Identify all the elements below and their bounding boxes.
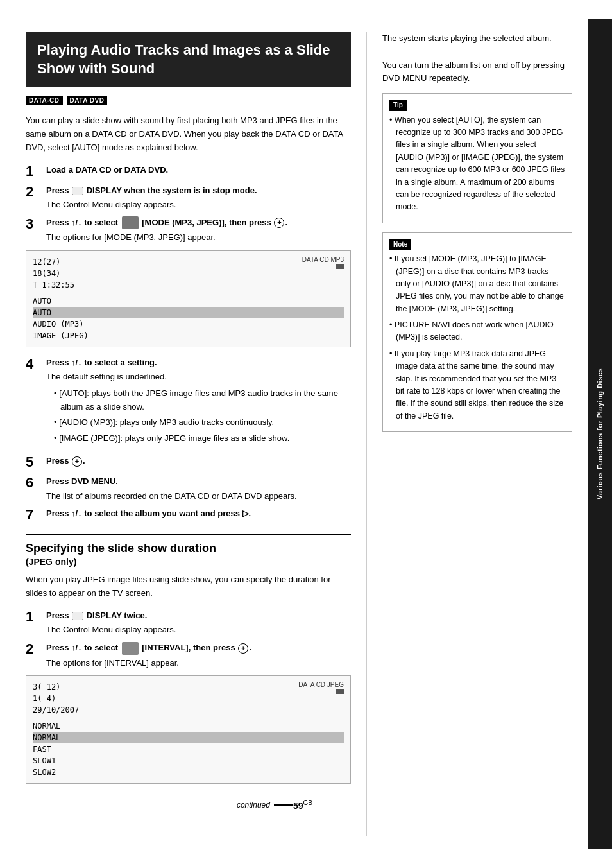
slide-show-subtitle: (JPEG only) bbox=[26, 557, 351, 567]
page-title: Playing Audio Tracks and Images as a Sli… bbox=[26, 32, 351, 87]
interval-normal-header: NORMAL bbox=[33, 720, 344, 732]
options-list: [AUTO]: plays both the JPEG image files … bbox=[54, 387, 351, 446]
step-6-number: 6 bbox=[26, 475, 44, 490]
note-item-1: If you set [MODE (MP3, JPEG)] to [IMAGE … bbox=[389, 253, 565, 315]
album-note: The system starts playing the selected a… bbox=[382, 32, 572, 85]
enter-btn-5: + bbox=[72, 456, 82, 467]
slide-step-2-sub: The options for [INTERVAL] appear. bbox=[46, 657, 351, 670]
step-5-text: Press +. bbox=[46, 456, 85, 465]
step-1-text: Load a DATA CD or DATA DVD. bbox=[46, 165, 168, 175]
slide-step-1-sub: The Control Menu display appears. bbox=[46, 623, 351, 636]
option-image-jpeg: IMAGE (JPEG) bbox=[33, 330, 344, 342]
tip-box: Tip When you select [AUTO], the system c… bbox=[382, 93, 572, 223]
slide-step-2-number: 2 bbox=[26, 641, 44, 657]
enter-btn: + bbox=[274, 218, 284, 228]
sidebar-right: Various Functions for Playing Discs bbox=[588, 19, 612, 849]
step-4-number: 4 bbox=[26, 356, 44, 372]
track-line1: 12(27) bbox=[33, 256, 74, 268]
interval-fast: FAST bbox=[33, 743, 344, 755]
step-4: 4 Press ↑/↓ to select a setting. The def… bbox=[26, 356, 351, 449]
interval-line1: 3( 12) bbox=[33, 681, 79, 693]
step-7-text: Press ↑/↓ to select the album you want a… bbox=[46, 508, 251, 518]
continued-text: continued bbox=[237, 801, 270, 810]
option-auto-desc: [AUTO]: plays both the JPEG image files … bbox=[54, 387, 351, 414]
track-line3: T 1:32:55 bbox=[33, 279, 74, 291]
step-1: 1 Load a DATA CD or DATA DVD. bbox=[26, 164, 351, 179]
slide-show-title: Specifying the slide show duration bbox=[26, 542, 351, 555]
interval-screen-header: 3( 12) 1( 4) 29/10/2007 DATA CD JPEG bbox=[33, 681, 344, 716]
interval-screen-tracks: 3( 12) 1( 4) 29/10/2007 bbox=[33, 681, 79, 716]
interval-screen-icon bbox=[336, 689, 344, 694]
disc-badges: DATA-CD DATA DVD bbox=[26, 96, 351, 105]
step-3-text: Press ↑/↓ to select [MODE (MP3, JPEG)], … bbox=[46, 218, 287, 227]
step-3-number: 3 bbox=[26, 216, 44, 232]
slide-step-1: 1 Press DISPLAY twice. The Control Menu … bbox=[26, 609, 351, 636]
step-6-sub: The list of albums recorded on the DATA … bbox=[46, 490, 351, 503]
step-3: 3 Press ↑/↓ to select [MODE (MP3, JPEG)]… bbox=[26, 216, 351, 244]
slide-step-1-number: 1 bbox=[26, 609, 44, 625]
mode-icon bbox=[122, 216, 139, 229]
step-1-content: Load a DATA CD or DATA DVD. bbox=[46, 164, 351, 177]
track-line2: 18(34) bbox=[33, 268, 74, 279]
slide-step-2-content: Press ↑/↓ to select [INTERVAL], then pre… bbox=[46, 641, 351, 669]
tip-list: When you select [AUTO], the system can r… bbox=[389, 114, 565, 214]
interval-line3: 29/10/2007 bbox=[33, 704, 79, 716]
step-4-text: Press ↑/↓ to select a setting. bbox=[46, 358, 157, 367]
step-2-content: Press DISPLAY when the system is in stop… bbox=[46, 184, 351, 211]
step-7: 7 Press ↑/↓ to select the album you want… bbox=[26, 507, 351, 523]
page-number: 59GB bbox=[293, 799, 312, 811]
note-label: Note bbox=[389, 239, 411, 250]
enter-btn-2: + bbox=[238, 643, 248, 654]
screen-icon bbox=[336, 264, 344, 269]
interval-options: NORMAL NORMAL FAST SLOW1 SLOW2 bbox=[33, 720, 344, 778]
step-3-content: Press ↑/↓ to select [MODE (MP3, JPEG)], … bbox=[46, 216, 351, 244]
note-item-3: If you play large MP3 track data and JPE… bbox=[389, 348, 565, 422]
note-box: Note If you set [MODE (MP3, JPEG)] to [I… bbox=[382, 232, 572, 432]
option-auto-header: AUTO bbox=[33, 295, 344, 307]
step-2-text: Press DISPLAY when the system is in stop… bbox=[46, 186, 257, 195]
slide-step-2: 2 Press ↑/↓ to select [INTERVAL], then p… bbox=[26, 641, 351, 669]
step-4-content: Press ↑/↓ to select a setting. The defau… bbox=[46, 356, 351, 449]
slide-step-2-text: Press ↑/↓ to select [INTERVAL], then pre… bbox=[46, 643, 251, 652]
step-6-text: Press DVD MENU. bbox=[46, 476, 118, 486]
screen-header: 12(27) 18(34) T 1:32:55 DATA CD MP3 bbox=[33, 256, 344, 291]
screen-label: DATA CD MP3 bbox=[302, 256, 344, 270]
interval-normal-selected: NORMAL bbox=[33, 732, 344, 743]
footer-line bbox=[274, 804, 293, 806]
note-item-2: PICTURE NAVI does not work when [AUDIO (… bbox=[389, 319, 565, 344]
interval-line2: 1( 4) bbox=[33, 693, 79, 704]
step-7-content: Press ↑/↓ to select the album you want a… bbox=[46, 507, 351, 520]
step-3-sub: The options for [MODE (MP3, JPEG)] appea… bbox=[46, 231, 351, 244]
tip-item-1: When you select [AUTO], the system can r… bbox=[389, 114, 565, 214]
slide-step-1-content: Press DISPLAY twice. The Control Menu di… bbox=[46, 609, 351, 636]
display-icon bbox=[72, 187, 83, 195]
option-audio-mp3: AUDIO (MP3) bbox=[33, 318, 344, 330]
note-list: If you set [MODE (MP3, JPEG)] to [IMAGE … bbox=[389, 253, 565, 422]
data-dvd-badge: DATA DVD bbox=[67, 96, 108, 105]
interval-slow2: SLOW2 bbox=[33, 767, 344, 778]
step-5: 5 Press +. bbox=[26, 455, 351, 470]
step-5-content: Press +. bbox=[46, 455, 351, 467]
option-audio-desc: [AUDIO (MP3)]: plays only MP3 audio trac… bbox=[54, 416, 351, 430]
option-auto-selected: AUTO bbox=[33, 307, 344, 318]
slide-step-1-text: Press DISPLAY twice. bbox=[46, 611, 147, 620]
left-column: Playing Audio Tracks and Images as a Sli… bbox=[26, 32, 367, 836]
step-2-sub: The Control Menu display appears. bbox=[46, 198, 351, 211]
tip-label: Tip bbox=[389, 100, 407, 111]
step-4-sub: The default setting is underlined. bbox=[46, 370, 351, 383]
step-1-number: 1 bbox=[26, 164, 44, 179]
step-7-number: 7 bbox=[26, 507, 44, 523]
slide-show-intro: When you play JPEG image files using sli… bbox=[26, 573, 351, 600]
mode-screen-box: 12(27) 18(34) T 1:32:55 DATA CD MP3 AUTO… bbox=[26, 250, 351, 347]
interval-screen-box: 3( 12) 1( 4) 29/10/2007 DATA CD JPEG NOR… bbox=[26, 675, 351, 784]
interval-icon bbox=[122, 642, 139, 655]
interval-screen-label: DATA CD JPEG bbox=[298, 681, 344, 695]
screen-tracks: 12(27) 18(34) T 1:32:55 bbox=[33, 256, 74, 291]
data-cd-badge: DATA-CD bbox=[26, 96, 63, 105]
page-suffix: GB bbox=[303, 799, 312, 806]
step-5-number: 5 bbox=[26, 455, 44, 470]
album-note-text2: You can turn the album list on and off b… bbox=[382, 59, 572, 86]
option-image-desc: [IMAGE (JPEG)]: plays only JPEG image fi… bbox=[54, 432, 351, 446]
page-footer: continued 59GB bbox=[26, 793, 351, 811]
step-2: 2 Press DISPLAY when the system is in st… bbox=[26, 184, 351, 211]
